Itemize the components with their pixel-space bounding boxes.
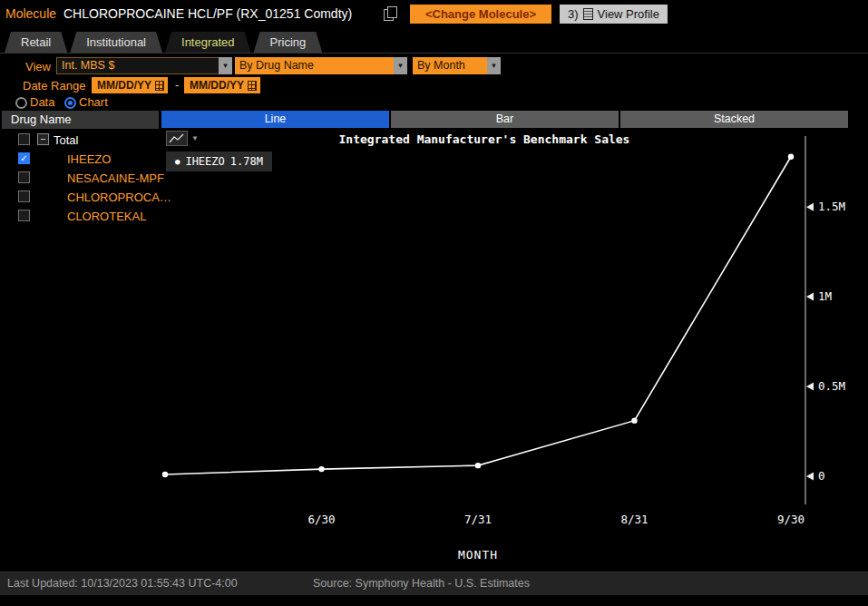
view-profile-button[interactable]: 3) View Profile [560,5,668,24]
svg-text:MONTH: MONTH [458,548,498,562]
svg-text:8/31: 8/31 [620,513,648,526]
period-select-value: By Month [413,57,487,74]
calendar-icon[interactable] [155,81,164,91]
checkbox-iheezo[interactable]: ✓ [18,152,30,164]
tree-row-drug: CHLOROPROCA… [0,188,160,207]
tree-row-total: − Total [0,131,160,150]
svg-text:0.5M: 0.5M [818,379,845,393]
drug-name-header: Drug Name [2,111,159,129]
last-updated-text: Last Updated: 10/13/2023 01:55:43 UTC-4:… [7,577,238,590]
period-select[interactable]: By Month ▼ [413,57,501,74]
date-to-field[interactable]: MM/DD/YY [184,77,260,93]
tab-pricing[interactable]: Pricing [254,32,323,53]
copy-icon[interactable] [384,9,394,21]
chevron-down-icon[interactable]: ▼ [394,57,407,74]
checkbox-nesacaine-mpf[interactable] [18,171,30,183]
collapse-icon[interactable]: − [37,133,49,145]
svg-text:1.5M: 1.5M [818,200,845,213]
radio-chart[interactable] [64,97,76,109]
molecule-app: Molecule CHLOROPROCAINE HCL/PF (RX_01251… [0,0,868,606]
view-profile-shortcut: 3) [568,7,579,21]
group-by-select[interactable]: By Drug Name ▼ [235,57,407,74]
checkbox-chloroproca[interactable] [18,191,30,202]
status-bar: Last Updated: 10/13/2023 01:55:43 UTC-4:… [0,572,868,595]
date-range-separator: - [175,78,179,92]
date-from-field[interactable]: MM/DD/YY [92,77,168,93]
svg-text:6/30: 6/30 [307,513,335,526]
chart-type-buttons: Line Bar Stacked [161,111,848,128]
view-select-value: Int. MBS $ [56,57,219,74]
radio-data[interactable] [15,97,27,109]
tab-institutional[interactable]: Institutional [70,32,162,53]
drug-label-chloroproca[interactable]: CHLOROPROCA… [67,191,171,204]
drug-label-iheezo[interactable]: IHEEZO [67,152,111,166]
tab-bar-divider [0,53,868,54]
tab-retail[interactable]: Retail [5,32,67,53]
svg-text:7/31: 7/31 [464,513,492,526]
topbar: Molecule CHLOROPROCAINE HCL/PF (RX_01251… [0,0,868,29]
svg-text:0: 0 [818,469,825,483]
date-from-value: MM/DD/YY [97,79,151,92]
tree-row-drug: NESACAINE-MPF [0,169,160,188]
change-molecule-button[interactable]: <Change Molecule> [410,5,551,24]
date-range-label: Date Range [23,79,85,93]
group-by-select-value: By Drug Name [235,57,394,74]
total-label: Total [54,133,78,147]
chevron-down-icon[interactable]: ▼ [487,57,501,74]
chart-type-stacked-button[interactable]: Stacked [620,111,848,128]
drug-label-clorotekal[interactable]: CLOROTEKAL [67,210,146,223]
check-icon: ✓ [19,153,29,163]
radio-chart-label[interactable]: Chart [79,95,108,109]
source-text: Source: Symphony Health - U.S. Estimates [313,577,530,590]
tree-row-drug: ✓ IHEEZO [0,150,160,169]
chevron-down-icon[interactable]: ▼ [219,57,232,74]
date-to-value: MM/DD/YY [190,79,244,92]
view-profile-label: View Profile [598,7,659,21]
chart-type-bar-button[interactable]: Bar [391,111,619,128]
chart-type-line-button[interactable]: Line [161,111,389,128]
checkbox-clorotekal[interactable] [18,210,30,221]
radio-data-label[interactable]: Data [30,95,54,109]
line-chart: 00.5M1M1.5M6/307/318/319/30MONTH [161,134,851,570]
svg-text:9/30: 9/30 [777,513,805,526]
profile-document-icon [583,8,593,20]
svg-text:1M: 1M [818,289,832,303]
checkbox-total[interactable] [18,133,30,145]
tab-bar: Retail Institutional Integrated Pricing [5,32,322,53]
tab-integrated[interactable]: Integrated [165,32,251,53]
molecule-function-label: Molecule [5,6,56,21]
molecule-name: CHLOROPROCAINE HCL/PF (RX_01251 Comdty) [63,6,352,21]
drug-label-nesacaine-mpf[interactable]: NESACAINE-MPF [67,171,164,185]
view-label: View [25,60,51,73]
view-select[interactable]: Int. MBS $ ▼ [56,57,232,74]
tree-row-drug: CLOROTEKAL [0,207,160,226]
calendar-icon[interactable] [248,81,257,91]
